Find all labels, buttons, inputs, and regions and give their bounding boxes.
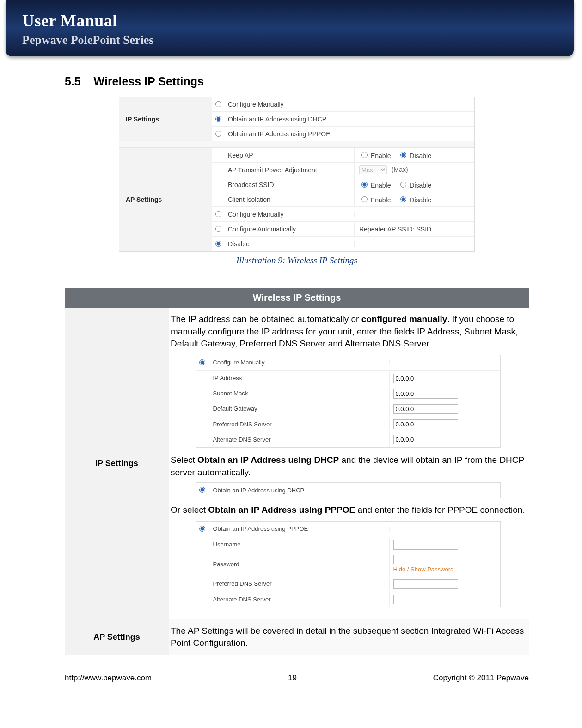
radio-keep-ap-disable[interactable] xyxy=(400,152,406,158)
section-title: Wireless IP Settings xyxy=(94,75,204,88)
alt-dns-label: Alternate DNS Server xyxy=(208,432,389,447)
footer-copyright: Copyright © 2011 Pepwave xyxy=(433,673,529,683)
radio-broadcast-enable[interactable] xyxy=(361,182,368,188)
pppoe-panel: Obtain an IP Address using PPPOE Usernam… xyxy=(196,521,501,607)
default-gateway-label: Default Gateway xyxy=(208,401,389,416)
opt-ap-configure-auto: Configure Automatically xyxy=(224,223,354,236)
radio-pppoe-inner[interactable] xyxy=(199,526,205,532)
pref-dns-input[interactable] xyxy=(393,419,458,429)
username-label: Username xyxy=(208,537,389,552)
pppoe-inner-label: Obtain an IP Address using PPPOE xyxy=(208,522,389,536)
ap-settings-label: AP Settings xyxy=(65,619,169,655)
default-gateway-input[interactable] xyxy=(393,404,458,414)
radio-dhcp-inner[interactable] xyxy=(199,487,205,493)
label-enable: Enable xyxy=(371,182,391,189)
page-footer: http://www.pepwave.com 19 Copyright © 20… xyxy=(0,655,582,701)
radio-isolation-enable[interactable] xyxy=(361,196,368,202)
opt-ap-disable: Disable xyxy=(224,237,354,250)
radio-keep-ap-enable[interactable] xyxy=(361,152,368,158)
radio-pppoe[interactable] xyxy=(215,131,221,137)
repeater-ssid-value: Repeater AP SSID: SSID xyxy=(354,223,474,236)
illustration-caption: Illustration 9: Wireless IP Settings xyxy=(65,255,529,266)
opt-configure-manually: Configure Manually xyxy=(224,98,474,111)
footer-url: http://www.pepwave.com xyxy=(65,673,152,683)
label-disable: Disable xyxy=(410,152,431,159)
label-disable: Disable xyxy=(410,182,431,189)
radio-broadcast-disable[interactable] xyxy=(400,182,406,188)
definition-table-header: Wireless IP Settings xyxy=(65,288,529,308)
tx-power-hint: (Max) xyxy=(392,166,408,173)
pref-dns-label: Preferred DNS Server xyxy=(208,417,389,432)
password-input[interactable] xyxy=(393,555,458,564)
dhcp-panel: Obtain an IP Address using DHCP xyxy=(196,482,501,498)
opt-ap-tx-power: AP Transmit Power Adjustment xyxy=(224,164,354,176)
ip-desc-pppoe: Or select Obtain an IP Address using PPP… xyxy=(171,505,525,515)
ip-settings-label: IP Settings xyxy=(65,308,169,619)
opt-broadcast-ssid: Broadcast SSID xyxy=(224,178,354,191)
subnet-mask-input[interactable] xyxy=(393,389,458,399)
pppoe-pref-dns-input[interactable] xyxy=(393,579,458,589)
label-enable: Enable xyxy=(371,196,391,204)
label-disable: Disable xyxy=(410,196,431,204)
header-title: User Manual xyxy=(22,11,561,30)
opt-pppoe: Obtain an IP Address using PPPOE xyxy=(224,127,474,140)
radio-manual-inner[interactable] xyxy=(199,359,205,365)
manual-config-panel: Configure Manually IP Address Subnet Mas… xyxy=(196,355,501,448)
ap-settings-row-label: AP Settings xyxy=(119,148,212,251)
radio-ap-disable[interactable] xyxy=(215,241,221,247)
hide-show-password-link[interactable]: Hide / Show Password xyxy=(393,565,496,574)
footer-page-number: 19 xyxy=(288,673,297,683)
pppoe-pref-dns-label: Preferred DNS Server xyxy=(208,576,389,591)
section-number: 5.5 xyxy=(65,75,81,88)
opt-ap-configure-manually: Configure Manually xyxy=(224,208,354,221)
ip-desc-dhcp: Select Obtain an IP Address using DHCP a… xyxy=(171,455,524,477)
password-label: Password xyxy=(208,557,389,572)
ap-settings-desc: The AP Settings will be covered in detai… xyxy=(169,619,529,655)
username-input[interactable] xyxy=(393,540,458,550)
alt-dns-input[interactable] xyxy=(393,435,458,444)
radio-ap-configure-auto[interactable] xyxy=(215,226,221,232)
ip-desc-text: The IP address can be obtained automatic… xyxy=(171,314,518,348)
dhcp-inner-label: Obtain an IP Address using DHCP xyxy=(208,483,500,498)
radio-ap-configure-manually[interactable] xyxy=(215,211,221,217)
label-enable: Enable xyxy=(371,152,391,159)
ip-address-input[interactable] xyxy=(393,374,458,383)
ip-settings-row-label: IP Settings xyxy=(119,97,212,141)
document-header: User Manual Pepwave PolePoint Series xyxy=(6,0,574,56)
radio-dhcp[interactable] xyxy=(215,116,221,122)
header-subtitle: Pepwave PolePoint Series xyxy=(22,33,561,47)
pppoe-alt-dns-label: Alternate DNS Server xyxy=(208,592,389,607)
illustration-settings-panel: IP Settings Configure Manually Obtain an… xyxy=(119,97,475,252)
section-heading: 5.5 Wireless IP Settings xyxy=(65,75,529,88)
opt-dhcp: Obtain an IP Address using DHCP xyxy=(224,113,474,126)
radio-isolation-disable[interactable] xyxy=(400,196,406,202)
manual-label: Configure Manually xyxy=(208,355,389,370)
opt-keep-ap: Keep AP xyxy=(224,149,354,162)
ip-address-label: IP Address xyxy=(208,371,389,386)
subnet-mask-label: Subnet Mask xyxy=(208,386,389,401)
definition-table: Wireless IP Settings IP Settings The IP … xyxy=(65,288,529,655)
tx-power-select[interactable]: Max xyxy=(359,165,387,174)
pppoe-alt-dns-input[interactable] xyxy=(393,595,458,604)
opt-client-isolation: Client Isolation xyxy=(224,193,354,206)
radio-configure-manually[interactable] xyxy=(215,101,221,107)
